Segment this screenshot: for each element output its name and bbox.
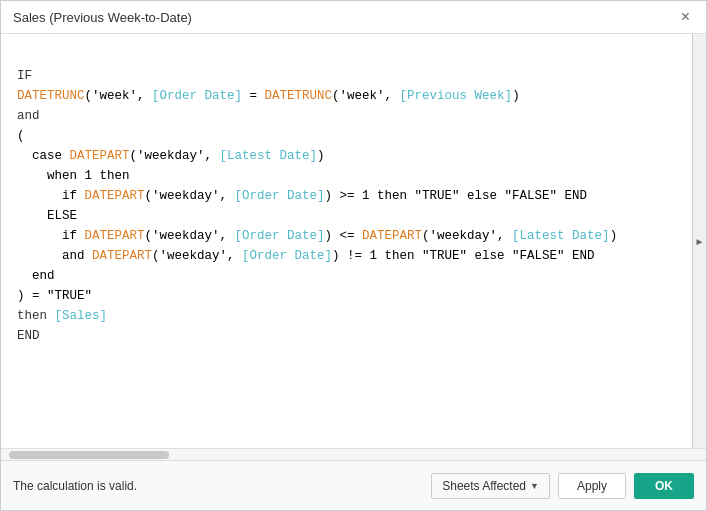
status-text: The calculation is valid.	[13, 479, 137, 493]
code-editor-area: IF DATETRUNC('week', [Order Date] = DATE…	[1, 34, 706, 448]
chevron-down-icon: ▼	[530, 481, 539, 491]
dialog-footer: The calculation is valid. Sheets Affecte…	[1, 460, 706, 510]
close-button[interactable]: ×	[677, 9, 694, 25]
scrollbar-thumb[interactable]	[9, 451, 169, 459]
apply-button[interactable]: Apply	[558, 473, 626, 499]
sheets-affected-label: Sheets Affected	[442, 479, 526, 493]
code-editor[interactable]: IF DATETRUNC('week', [Order Date] = DATE…	[1, 34, 692, 448]
dialog-title: Sales (Previous Week-to-Date)	[13, 10, 192, 25]
dialog-header: Sales (Previous Week-to-Date) ×	[1, 1, 706, 34]
ok-button[interactable]: OK	[634, 473, 694, 499]
horizontal-scrollbar[interactable]	[1, 448, 706, 460]
sheets-affected-button[interactable]: Sheets Affected ▼	[431, 473, 550, 499]
footer-actions: Sheets Affected ▼ Apply OK	[431, 473, 694, 499]
scroll-right-arrow[interactable]: ►	[692, 34, 706, 448]
dialog: Sales (Previous Week-to-Date) × IF DATET…	[0, 0, 707, 511]
